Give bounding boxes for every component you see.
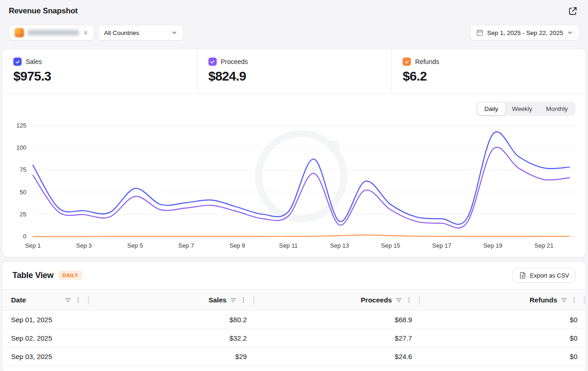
metric-label: Proceeds (221, 58, 248, 65)
refunds-checkbox[interactable] (403, 58, 411, 66)
calendar-icon (476, 29, 484, 36)
filter-icon[interactable] (64, 296, 72, 304)
column-header-sales[interactable]: Sales (90, 290, 255, 310)
y-axis-label: 50 (20, 189, 27, 196)
table-row: Sep 01, 2025$80.2$68.9$0 (2, 311, 586, 329)
cell-proceeds: $24.6 (255, 348, 420, 365)
kebab-menu-icon[interactable] (240, 296, 247, 304)
cell-date: Sep 01, 2025 (2, 311, 90, 329)
export-file-icon (519, 272, 526, 279)
cell-date: Sep 02, 2025 (2, 329, 90, 347)
metric-value: $6.2 (403, 69, 575, 84)
column-header-refunds[interactable]: Refunds (421, 290, 586, 310)
column-resize-handle[interactable] (253, 296, 254, 304)
column-resize-handle[interactable] (88, 296, 89, 304)
cell-sales: $29 (90, 348, 255, 365)
x-axis-label: Sep 5 (127, 242, 143, 249)
table-row: Sep 03, 2025$29$24.6$0 (2, 348, 586, 366)
chevron-down-icon (567, 29, 573, 36)
column-header-label: Sales (208, 296, 226, 304)
x-axis-label: Sep 3 (76, 242, 92, 249)
proceeds-checkbox[interactable] (208, 58, 217, 66)
metric-proceeds: Proceeds $824.9 (197, 49, 392, 93)
column-header-label: Date (11, 296, 26, 304)
metrics-row: Sales $975.3 Proceeds $824.9 R (2, 49, 586, 93)
metric-sales: Sales $975.3 (2, 49, 197, 93)
cell-refunds: $0 (421, 329, 586, 347)
table-body: Sep 01, 2025$80.2$68.9$0Sep 02, 2025$32.… (2, 311, 586, 366)
check-icon (404, 59, 409, 64)
cell-proceeds: $68.9 (255, 311, 420, 329)
column-header-date[interactable]: Date (2, 290, 90, 310)
watermark-logo (259, 133, 344, 219)
table-row: Sep 02, 2025$32.2$27.7$0 (2, 329, 586, 348)
metric-label: Refunds (415, 58, 439, 65)
column-resize-handle[interactable] (419, 296, 420, 304)
column-header-label: Refunds (530, 296, 557, 304)
open-in-new-icon (568, 6, 578, 16)
metric-refunds: Refunds $6.2 (391, 49, 586, 93)
export-csv-button[interactable]: Export as CSV (513, 268, 576, 283)
filter-icon[interactable] (395, 296, 403, 304)
y-axis-label: 0 (23, 233, 26, 240)
chevron-down-icon (171, 29, 178, 36)
column-header-label: Proceeds (361, 296, 392, 304)
kebab-menu-icon[interactable] (571, 296, 577, 304)
export-csv-label: Export as CSV (530, 272, 569, 279)
revenue-line-chart: 0255075100125Sep 1Sep 3Sep 5Sep 7Sep 9Se… (2, 117, 586, 253)
x-axis-label: Sep 17 (432, 242, 451, 249)
column-header-proceeds[interactable]: Proceeds (255, 290, 420, 310)
table-card: Table View DAILY Export as CSV DateSales… (2, 261, 586, 371)
series-refunds-line (33, 235, 569, 236)
revenue-snapshot-page: Revenue Snapshot All Countries (0, 0, 588, 371)
clear-app-icon[interactable] (83, 30, 88, 35)
granularity-weekly[interactable]: Weekly (505, 103, 539, 115)
country-select-value: All Countries (104, 29, 139, 36)
kebab-menu-icon[interactable] (406, 296, 412, 304)
x-axis-label: Sep 21 (534, 242, 553, 249)
metric-label: Sales (26, 58, 42, 65)
filter-icon[interactable] (230, 296, 237, 304)
cell-sales: $80.2 (90, 311, 255, 329)
chart-toolbar: DailyWeeklyMonthly (2, 93, 586, 116)
table-header-bar: Table View DAILY Export as CSV (2, 261, 586, 289)
x-axis-label: Sep 11 (279, 242, 298, 249)
cell-proceeds: $27.7 (255, 329, 420, 347)
cell-date: Sep 03, 2025 (2, 348, 90, 365)
check-icon (15, 59, 20, 64)
x-axis-label: Sep 7 (179, 242, 194, 249)
cell-refunds: $0 (421, 348, 586, 365)
filter-bar: All Countries Sep 1, 2025 - Sep 22, 2025 (9, 25, 579, 41)
granularity-toggle: DailyWeeklyMonthly (477, 102, 576, 116)
x-axis-label: Sep 19 (483, 242, 502, 249)
open-in-new-button[interactable] (566, 5, 579, 17)
date-range-value: Sep 1, 2025 - Sep 22, 2025 (487, 29, 563, 36)
date-range-picker[interactable]: Sep 1, 2025 - Sep 22, 2025 (470, 25, 579, 41)
y-axis-label: 25 (20, 211, 27, 218)
sales-checkbox[interactable] (13, 58, 22, 66)
table-column-headers: DateSalesProceedsRefunds (2, 289, 586, 311)
chart-card: Sales $975.3 Proceeds $824.9 R (2, 49, 586, 257)
y-axis-label: 125 (17, 122, 27, 129)
granularity-daily[interactable]: Daily (478, 103, 505, 115)
x-axis-label: Sep 13 (330, 242, 349, 249)
page-title: Revenue Snapshot (9, 6, 78, 16)
cell-sales: $32.2 (90, 329, 255, 347)
table-title: Table View (12, 271, 53, 280)
cell-refunds: $0 (421, 311, 586, 329)
country-select[interactable]: All Countries (98, 25, 184, 41)
metric-value: $824.9 (208, 69, 380, 84)
app-name-redacted (28, 30, 79, 35)
app-selector[interactable] (9, 25, 94, 41)
filter-icon[interactable] (560, 296, 568, 304)
top-bar: Revenue Snapshot (0, 0, 588, 17)
x-axis-label: Sep 15 (381, 242, 400, 249)
granularity-badge: DAILY (58, 271, 82, 280)
granularity-monthly[interactable]: Monthly (539, 103, 575, 115)
column-resize-handle[interactable] (584, 296, 585, 304)
series-sales-line (33, 132, 569, 224)
kebab-menu-icon[interactable] (75, 296, 81, 304)
y-axis-label: 75 (20, 166, 27, 173)
x-axis-label: Sep 9 (230, 242, 245, 249)
app-icon (15, 28, 24, 37)
